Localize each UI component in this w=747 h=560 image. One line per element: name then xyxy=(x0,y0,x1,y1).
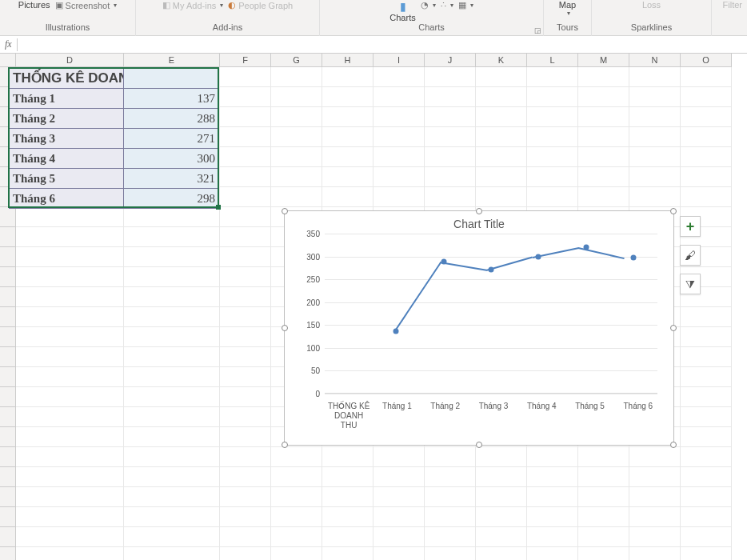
row-header[interactable] xyxy=(0,427,16,447)
chart-styles-button[interactable]: 🖌 xyxy=(680,245,701,266)
row-header[interactable] xyxy=(0,467,16,487)
resize-handle[interactable] xyxy=(282,208,288,214)
chart-plot-area[interactable]: 050100150200250300350 xyxy=(296,234,662,394)
chart-line-segment xyxy=(486,257,533,271)
surface-chart-button[interactable]: ▦▾ xyxy=(458,0,473,10)
row-header[interactable] xyxy=(0,307,16,327)
row-header[interactable] xyxy=(0,227,16,247)
row-header[interactable] xyxy=(0,547,16,560)
col-header[interactable]: G xyxy=(271,54,322,67)
plus-icon: + xyxy=(686,218,695,235)
row-header[interactable] xyxy=(0,287,16,307)
chevron-down-icon: ▾ xyxy=(470,2,473,9)
resize-handle[interactable] xyxy=(476,442,482,448)
pie-icon: ◔ xyxy=(421,0,429,10)
table-row-value[interactable]: 137 xyxy=(123,88,219,109)
loss-button[interactable]: Loss xyxy=(642,0,661,10)
plot-region[interactable] xyxy=(325,234,657,394)
col-header[interactable]: I xyxy=(374,54,425,67)
row-header[interactable] xyxy=(0,527,16,547)
column-headers[interactable]: DEFGHIJKLMNO xyxy=(16,54,732,67)
table-row-value[interactable]: 298 xyxy=(123,188,219,209)
ribbon-group-label: Charts xyxy=(418,22,444,32)
chart-title[interactable]: Chart Title xyxy=(285,211,673,234)
resize-handle[interactable] xyxy=(282,325,288,331)
filter-label: Filter xyxy=(723,0,742,10)
table-row-label[interactable]: Tháng 5 xyxy=(9,168,124,189)
col-header[interactable]: H xyxy=(322,54,374,67)
map-button[interactable]: Map▾ xyxy=(559,0,576,17)
formula-bar: fx xyxy=(0,36,747,54)
chevron-down-icon: ▾ xyxy=(220,2,223,9)
col-header[interactable]: D xyxy=(16,54,124,67)
col-header[interactable]: N xyxy=(629,54,681,67)
row-header[interactable] xyxy=(0,207,16,227)
brush-icon: 🖌 xyxy=(685,249,696,262)
spreadsheet-grid[interactable]: DEFGHIJKLMNO THỐNG KÊ DOANH THU Tháng 11… xyxy=(0,54,747,560)
pie-chart-button[interactable]: ◔▾ xyxy=(421,0,436,10)
gridline xyxy=(325,279,657,280)
row-header[interactable] xyxy=(0,347,16,367)
row-header[interactable] xyxy=(0,387,16,407)
screenshot-button[interactable]: ▣ Screenshot ▾ xyxy=(55,0,118,10)
ribbon-group-sparklines: Loss Sparklines xyxy=(592,0,712,36)
fx-icon[interactable]: fx xyxy=(5,38,12,50)
row-header[interactable] xyxy=(0,407,16,427)
col-header[interactable]: F xyxy=(220,54,271,67)
table-row-label[interactable]: Tháng 6 xyxy=(9,188,124,209)
table-title-cell[interactable]: THỐNG KÊ DOANH THU xyxy=(9,67,124,89)
table-row-label[interactable]: Tháng 1 xyxy=(9,88,124,109)
row-header[interactable] xyxy=(0,327,16,347)
y-tick-label: 0 xyxy=(315,390,320,398)
filter-button[interactable]: Filter xyxy=(723,0,742,10)
table-row-value[interactable]: 271 xyxy=(123,128,219,149)
table-row-value[interactable]: 300 xyxy=(123,148,219,169)
people-graph-label: People Graph xyxy=(238,1,293,10)
resize-handle[interactable] xyxy=(670,325,677,331)
row-header[interactable] xyxy=(0,447,16,467)
col-header[interactable]: O xyxy=(681,54,732,67)
resize-handle[interactable] xyxy=(476,208,482,214)
table-row-label[interactable]: Tháng 2 xyxy=(9,108,124,129)
select-all-corner[interactable] xyxy=(0,54,16,67)
chart-filters-button[interactable]: ⧩ xyxy=(680,274,701,294)
chart-data-point[interactable] xyxy=(631,254,637,260)
recommended-charts-button[interactable]: ▮ Charts xyxy=(389,0,415,22)
row-header[interactable] xyxy=(0,507,16,527)
row-header[interactable] xyxy=(0,367,16,387)
ribbon-group-label: Add-ins xyxy=(213,22,242,32)
ribbon-group-addins: ◧ My Add-ins ▾ ◐ People Graph Add-ins xyxy=(136,0,320,36)
pictures-button[interactable]: Pictures xyxy=(18,0,50,10)
table-row-label[interactable]: Tháng 3 xyxy=(9,128,124,149)
resize-handle[interactable] xyxy=(282,442,288,448)
col-header[interactable]: K xyxy=(476,54,527,67)
table-title-cell-right[interactable] xyxy=(123,67,219,89)
col-header[interactable]: J xyxy=(425,54,476,67)
scatter-chart-button[interactable]: ∴▾ xyxy=(441,0,453,10)
my-addins-button[interactable]: ◧ My Add-ins ▾ xyxy=(162,0,223,10)
col-header[interactable]: L xyxy=(527,54,578,67)
row-header[interactable] xyxy=(0,487,16,507)
dialog-launcher-icon[interactable]: ◲ xyxy=(534,26,541,34)
row-header[interactable] xyxy=(0,247,16,267)
col-header[interactable]: E xyxy=(124,54,220,67)
resize-handle[interactable] xyxy=(670,442,677,448)
x-axis-labels: THỐNG KÊ DOANH THUTháng 1Tháng 2Tháng 3T… xyxy=(285,398,673,437)
ribbon-group-illustrations: Pictures ▣ Screenshot ▾ Illustrations xyxy=(0,0,136,36)
screenshot-label: Screenshot xyxy=(66,1,110,10)
table-row-value[interactable]: 288 xyxy=(123,108,219,129)
resize-handle[interactable] xyxy=(670,208,677,214)
surface-icon: ▦ xyxy=(458,0,466,10)
ribbon-group-tours: Map▾ Tours xyxy=(544,0,592,36)
chart-object[interactable]: Chart Title 050100150200250300350 THỐNG … xyxy=(284,210,674,446)
formula-input[interactable] xyxy=(22,37,747,53)
table-row-value[interactable]: 321 xyxy=(123,168,219,189)
people-graph-icon: ◐ xyxy=(228,0,236,10)
col-header[interactable]: M xyxy=(578,54,629,67)
chart-elements-button[interactable]: + xyxy=(680,216,701,237)
chart-icon: ▮ xyxy=(397,0,409,13)
x-tick-label: THỐNG KÊ DOANH THU xyxy=(325,402,373,430)
table-row-label[interactable]: Tháng 4 xyxy=(9,148,124,169)
people-graph-button[interactable]: ◐ People Graph xyxy=(228,0,293,10)
row-header[interactable] xyxy=(0,267,16,287)
